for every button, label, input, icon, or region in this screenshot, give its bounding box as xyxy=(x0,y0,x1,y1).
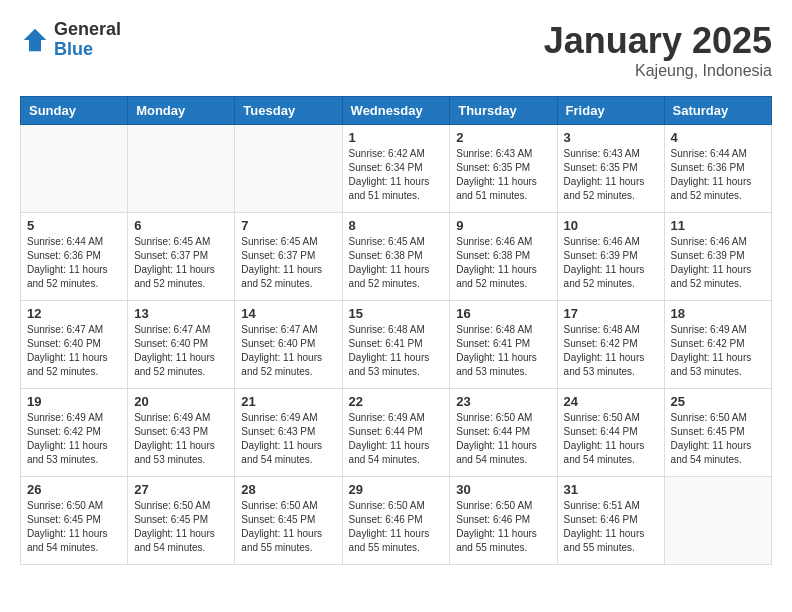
day-number: 10 xyxy=(564,218,658,233)
header-thursday: Thursday xyxy=(450,97,557,125)
day-cell-3-2: 21 Sunrise: 6:49 AM Sunset: 6:43 PM Dayl… xyxy=(235,389,342,477)
day-info: Sunrise: 6:49 AM Sunset: 6:43 PM Dayligh… xyxy=(134,411,228,467)
header-monday: Monday xyxy=(128,97,235,125)
day-cell-1-6: 11 Sunrise: 6:46 AM Sunset: 6:39 PM Dayl… xyxy=(664,213,771,301)
day-info: Sunrise: 6:45 AM Sunset: 6:37 PM Dayligh… xyxy=(134,235,228,291)
day-info: Sunrise: 6:44 AM Sunset: 6:36 PM Dayligh… xyxy=(671,147,765,203)
day-info: Sunrise: 6:50 AM Sunset: 6:45 PM Dayligh… xyxy=(241,499,335,555)
day-number: 21 xyxy=(241,394,335,409)
day-cell-3-3: 22 Sunrise: 6:49 AM Sunset: 6:44 PM Dayl… xyxy=(342,389,450,477)
day-info: Sunrise: 6:48 AM Sunset: 6:41 PM Dayligh… xyxy=(349,323,444,379)
day-cell-0-1 xyxy=(128,125,235,213)
day-info: Sunrise: 6:50 AM Sunset: 6:46 PM Dayligh… xyxy=(349,499,444,555)
header-tuesday: Tuesday xyxy=(235,97,342,125)
day-cell-0-4: 2 Sunrise: 6:43 AM Sunset: 6:35 PM Dayli… xyxy=(450,125,557,213)
calendar-header-row: Sunday Monday Tuesday Wednesday Thursday… xyxy=(21,97,772,125)
day-number: 11 xyxy=(671,218,765,233)
week-row-2: 5 Sunrise: 6:44 AM Sunset: 6:36 PM Dayli… xyxy=(21,213,772,301)
day-info: Sunrise: 6:45 AM Sunset: 6:38 PM Dayligh… xyxy=(349,235,444,291)
day-info: Sunrise: 6:51 AM Sunset: 6:46 PM Dayligh… xyxy=(564,499,658,555)
day-number: 16 xyxy=(456,306,550,321)
day-cell-4-5: 31 Sunrise: 6:51 AM Sunset: 6:46 PM Dayl… xyxy=(557,477,664,565)
day-info: Sunrise: 6:46 AM Sunset: 6:39 PM Dayligh… xyxy=(564,235,658,291)
day-number: 28 xyxy=(241,482,335,497)
day-info: Sunrise: 6:50 AM Sunset: 6:44 PM Dayligh… xyxy=(564,411,658,467)
day-cell-0-0 xyxy=(21,125,128,213)
day-cell-1-4: 9 Sunrise: 6:46 AM Sunset: 6:38 PM Dayli… xyxy=(450,213,557,301)
day-cell-4-3: 29 Sunrise: 6:50 AM Sunset: 6:46 PM Dayl… xyxy=(342,477,450,565)
day-cell-2-0: 12 Sunrise: 6:47 AM Sunset: 6:40 PM Dayl… xyxy=(21,301,128,389)
day-cell-3-4: 23 Sunrise: 6:50 AM Sunset: 6:44 PM Dayl… xyxy=(450,389,557,477)
day-info: Sunrise: 6:49 AM Sunset: 6:42 PM Dayligh… xyxy=(27,411,121,467)
day-cell-2-6: 18 Sunrise: 6:49 AM Sunset: 6:42 PM Dayl… xyxy=(664,301,771,389)
day-cell-3-1: 20 Sunrise: 6:49 AM Sunset: 6:43 PM Dayl… xyxy=(128,389,235,477)
week-row-1: 1 Sunrise: 6:42 AM Sunset: 6:34 PM Dayli… xyxy=(21,125,772,213)
logo-text: General Blue xyxy=(54,20,121,60)
header-saturday: Saturday xyxy=(664,97,771,125)
day-number: 24 xyxy=(564,394,658,409)
day-number: 9 xyxy=(456,218,550,233)
day-number: 23 xyxy=(456,394,550,409)
header-friday: Friday xyxy=(557,97,664,125)
day-cell-4-0: 26 Sunrise: 6:50 AM Sunset: 6:45 PM Dayl… xyxy=(21,477,128,565)
day-info: Sunrise: 6:47 AM Sunset: 6:40 PM Dayligh… xyxy=(134,323,228,379)
day-cell-2-5: 17 Sunrise: 6:48 AM Sunset: 6:42 PM Dayl… xyxy=(557,301,664,389)
day-info: Sunrise: 6:48 AM Sunset: 6:42 PM Dayligh… xyxy=(564,323,658,379)
week-row-4: 19 Sunrise: 6:49 AM Sunset: 6:42 PM Dayl… xyxy=(21,389,772,477)
day-info: Sunrise: 6:50 AM Sunset: 6:44 PM Dayligh… xyxy=(456,411,550,467)
month-title: January 2025 xyxy=(544,20,772,62)
day-cell-4-1: 27 Sunrise: 6:50 AM Sunset: 6:45 PM Dayl… xyxy=(128,477,235,565)
day-number: 17 xyxy=(564,306,658,321)
day-cell-1-1: 6 Sunrise: 6:45 AM Sunset: 6:37 PM Dayli… xyxy=(128,213,235,301)
day-cell-4-6 xyxy=(664,477,771,565)
day-info: Sunrise: 6:43 AM Sunset: 6:35 PM Dayligh… xyxy=(564,147,658,203)
day-cell-0-2 xyxy=(235,125,342,213)
day-info: Sunrise: 6:49 AM Sunset: 6:42 PM Dayligh… xyxy=(671,323,765,379)
day-number: 1 xyxy=(349,130,444,145)
day-number: 27 xyxy=(134,482,228,497)
day-info: Sunrise: 6:50 AM Sunset: 6:45 PM Dayligh… xyxy=(671,411,765,467)
page-header: General Blue January 2025 Kajeung, Indon… xyxy=(20,20,772,80)
day-number: 30 xyxy=(456,482,550,497)
day-info: Sunrise: 6:43 AM Sunset: 6:35 PM Dayligh… xyxy=(456,147,550,203)
day-cell-1-3: 8 Sunrise: 6:45 AM Sunset: 6:38 PM Dayli… xyxy=(342,213,450,301)
week-row-5: 26 Sunrise: 6:50 AM Sunset: 6:45 PM Dayl… xyxy=(21,477,772,565)
day-cell-4-4: 30 Sunrise: 6:50 AM Sunset: 6:46 PM Dayl… xyxy=(450,477,557,565)
day-number: 31 xyxy=(564,482,658,497)
day-number: 4 xyxy=(671,130,765,145)
day-info: Sunrise: 6:49 AM Sunset: 6:44 PM Dayligh… xyxy=(349,411,444,467)
day-number: 20 xyxy=(134,394,228,409)
location-title: Kajeung, Indonesia xyxy=(544,62,772,80)
day-number: 19 xyxy=(27,394,121,409)
logo-icon xyxy=(20,25,50,55)
logo-blue: Blue xyxy=(54,40,121,60)
day-info: Sunrise: 6:46 AM Sunset: 6:39 PM Dayligh… xyxy=(671,235,765,291)
day-cell-2-1: 13 Sunrise: 6:47 AM Sunset: 6:40 PM Dayl… xyxy=(128,301,235,389)
day-cell-2-3: 15 Sunrise: 6:48 AM Sunset: 6:41 PM Dayl… xyxy=(342,301,450,389)
day-info: Sunrise: 6:42 AM Sunset: 6:34 PM Dayligh… xyxy=(349,147,444,203)
day-cell-0-6: 4 Sunrise: 6:44 AM Sunset: 6:36 PM Dayli… xyxy=(664,125,771,213)
day-info: Sunrise: 6:49 AM Sunset: 6:43 PM Dayligh… xyxy=(241,411,335,467)
day-number: 2 xyxy=(456,130,550,145)
day-number: 13 xyxy=(134,306,228,321)
day-number: 22 xyxy=(349,394,444,409)
day-info: Sunrise: 6:50 AM Sunset: 6:45 PM Dayligh… xyxy=(134,499,228,555)
day-number: 18 xyxy=(671,306,765,321)
svg-marker-0 xyxy=(24,29,47,52)
day-info: Sunrise: 6:46 AM Sunset: 6:38 PM Dayligh… xyxy=(456,235,550,291)
day-info: Sunrise: 6:50 AM Sunset: 6:45 PM Dayligh… xyxy=(27,499,121,555)
day-info: Sunrise: 6:47 AM Sunset: 6:40 PM Dayligh… xyxy=(241,323,335,379)
day-number: 25 xyxy=(671,394,765,409)
logo: General Blue xyxy=(20,20,121,60)
day-cell-1-5: 10 Sunrise: 6:46 AM Sunset: 6:39 PM Dayl… xyxy=(557,213,664,301)
day-number: 6 xyxy=(134,218,228,233)
day-number: 5 xyxy=(27,218,121,233)
day-cell-2-2: 14 Sunrise: 6:47 AM Sunset: 6:40 PM Dayl… xyxy=(235,301,342,389)
day-cell-3-5: 24 Sunrise: 6:50 AM Sunset: 6:44 PM Dayl… xyxy=(557,389,664,477)
day-number: 29 xyxy=(349,482,444,497)
day-number: 12 xyxy=(27,306,121,321)
day-cell-4-2: 28 Sunrise: 6:50 AM Sunset: 6:45 PM Dayl… xyxy=(235,477,342,565)
title-section: January 2025 Kajeung, Indonesia xyxy=(544,20,772,80)
logo-general: General xyxy=(54,20,121,40)
header-sunday: Sunday xyxy=(21,97,128,125)
